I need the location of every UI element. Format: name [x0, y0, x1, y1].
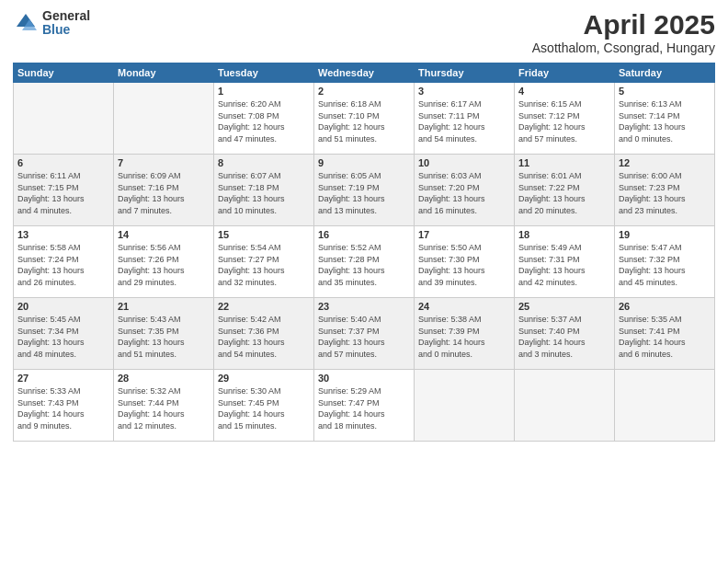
calendar-cell: 21Sunrise: 5:43 AM Sunset: 7:35 PM Dayli… [114, 298, 214, 370]
calendar-cell [415, 370, 515, 442]
day-info: Sunrise: 5:40 AM Sunset: 7:37 PM Dayligh… [318, 314, 410, 360]
day-info: Sunrise: 6:03 AM Sunset: 7:20 PM Dayligh… [418, 170, 510, 216]
calendar-week-row: 27Sunrise: 5:33 AM Sunset: 7:43 PM Dayli… [14, 370, 715, 442]
calendar-subtitle: Asotthalom, Csongrad, Hungary [532, 40, 715, 55]
logo-text: General Blue [42, 9, 90, 38]
day-info: Sunrise: 6:20 AM Sunset: 7:08 PM Dayligh… [218, 98, 310, 144]
day-number: 4 [518, 86, 610, 97]
calendar-cell: 16Sunrise: 5:52 AM Sunset: 7:28 PM Dayli… [314, 226, 415, 298]
calendar-title: April 2025 [532, 9, 715, 40]
day-number: 8 [218, 157, 310, 168]
weekday-header-wednesday: Wednesday [314, 63, 415, 83]
day-number: 25 [518, 301, 610, 312]
day-info: Sunrise: 5:54 AM Sunset: 7:27 PM Dayligh… [218, 242, 310, 288]
calendar-cell: 13Sunrise: 5:58 AM Sunset: 7:24 PM Dayli… [14, 226, 114, 298]
calendar-cell: 27Sunrise: 5:33 AM Sunset: 7:43 PM Dayli… [14, 370, 114, 442]
day-number: 26 [619, 301, 711, 312]
day-number: 24 [418, 301, 510, 312]
day-info: Sunrise: 5:30 AM Sunset: 7:45 PM Dayligh… [218, 385, 310, 431]
weekday-header-thursday: Thursday [415, 63, 515, 83]
day-number: 19 [619, 229, 711, 240]
calendar-cell: 24Sunrise: 5:38 AM Sunset: 7:39 PM Dayli… [415, 298, 515, 370]
calendar-cell: 8Sunrise: 6:07 AM Sunset: 7:18 PM Daylig… [214, 155, 314, 226]
calendar-cell: 7Sunrise: 6:09 AM Sunset: 7:16 PM Daylig… [114, 155, 214, 226]
calendar-cell: 6Sunrise: 6:11 AM Sunset: 7:15 PM Daylig… [14, 155, 114, 226]
logo-blue: Blue [42, 23, 90, 37]
day-info: Sunrise: 6:01 AM Sunset: 7:22 PM Dayligh… [518, 170, 610, 216]
calendar-cell: 20Sunrise: 5:45 AM Sunset: 7:34 PM Dayli… [14, 298, 114, 370]
day-number: 14 [118, 229, 210, 240]
weekday-header-tuesday: Tuesday [214, 63, 314, 83]
day-info: Sunrise: 5:38 AM Sunset: 7:39 PM Dayligh… [418, 314, 510, 360]
calendar-cell: 5Sunrise: 6:13 AM Sunset: 7:14 PM Daylig… [615, 83, 715, 155]
page-header: General Blue April 2025 Asotthalom, Cson… [13, 9, 715, 55]
day-info: Sunrise: 6:17 AM Sunset: 7:11 PM Dayligh… [418, 98, 510, 144]
day-number: 13 [17, 229, 109, 240]
calendar-week-row: 1Sunrise: 6:20 AM Sunset: 7:08 PM Daylig… [14, 83, 715, 155]
calendar-cell: 19Sunrise: 5:47 AM Sunset: 7:32 PM Dayli… [615, 226, 715, 298]
day-number: 22 [218, 301, 310, 312]
logo-general: General [42, 9, 90, 23]
day-info: Sunrise: 6:07 AM Sunset: 7:18 PM Dayligh… [218, 170, 310, 216]
day-info: Sunrise: 6:18 AM Sunset: 7:10 PM Dayligh… [318, 98, 410, 144]
day-info: Sunrise: 6:11 AM Sunset: 7:15 PM Dayligh… [17, 170, 109, 216]
calendar-cell [114, 83, 214, 155]
day-info: Sunrise: 5:43 AM Sunset: 7:35 PM Dayligh… [118, 314, 210, 360]
logo-icon [13, 10, 39, 36]
day-info: Sunrise: 5:37 AM Sunset: 7:40 PM Dayligh… [518, 314, 610, 360]
day-info: Sunrise: 5:35 AM Sunset: 7:41 PM Dayligh… [619, 314, 711, 360]
calendar-cell: 9Sunrise: 6:05 AM Sunset: 7:19 PM Daylig… [314, 155, 415, 226]
calendar-cell: 3Sunrise: 6:17 AM Sunset: 7:11 PM Daylig… [415, 83, 515, 155]
day-number: 11 [518, 157, 610, 168]
calendar-cell: 15Sunrise: 5:54 AM Sunset: 7:27 PM Dayli… [214, 226, 314, 298]
calendar-cell: 30Sunrise: 5:29 AM Sunset: 7:47 PM Dayli… [314, 370, 415, 442]
calendar-cell: 10Sunrise: 6:03 AM Sunset: 7:20 PM Dayli… [415, 155, 515, 226]
weekday-header-monday: Monday [114, 63, 214, 83]
day-info: Sunrise: 6:13 AM Sunset: 7:14 PM Dayligh… [619, 98, 711, 144]
day-info: Sunrise: 5:49 AM Sunset: 7:31 PM Dayligh… [518, 242, 610, 288]
day-info: Sunrise: 6:05 AM Sunset: 7:19 PM Dayligh… [318, 170, 410, 216]
day-info: Sunrise: 5:42 AM Sunset: 7:36 PM Dayligh… [218, 314, 310, 360]
day-info: Sunrise: 5:45 AM Sunset: 7:34 PM Dayligh… [17, 314, 109, 360]
day-number: 1 [218, 86, 310, 97]
day-info: Sunrise: 5:29 AM Sunset: 7:47 PM Dayligh… [318, 385, 410, 431]
calendar-cell [615, 370, 715, 442]
calendar-cell: 4Sunrise: 6:15 AM Sunset: 7:12 PM Daylig… [515, 83, 615, 155]
calendar-page: General Blue April 2025 Asotthalom, Cson… [0, 0, 728, 563]
day-number: 7 [118, 157, 210, 168]
calendar-cell: 23Sunrise: 5:40 AM Sunset: 7:37 PM Dayli… [314, 298, 415, 370]
day-number: 2 [318, 86, 410, 97]
calendar-cell: 2Sunrise: 6:18 AM Sunset: 7:10 PM Daylig… [314, 83, 415, 155]
calendar-cell: 17Sunrise: 5:50 AM Sunset: 7:30 PM Dayli… [415, 226, 515, 298]
day-number: 5 [619, 86, 711, 97]
day-number: 21 [118, 301, 210, 312]
day-number: 18 [518, 229, 610, 240]
day-number: 29 [218, 373, 310, 384]
calendar-cell: 29Sunrise: 5:30 AM Sunset: 7:45 PM Dayli… [214, 370, 314, 442]
calendar-cell [14, 83, 114, 155]
day-number: 20 [17, 301, 109, 312]
weekday-header-saturday: Saturday [615, 63, 715, 83]
day-info: Sunrise: 5:50 AM Sunset: 7:30 PM Dayligh… [418, 242, 510, 288]
logo: General Blue [13, 9, 90, 38]
day-number: 12 [619, 157, 711, 168]
calendar-cell: 12Sunrise: 6:00 AM Sunset: 7:23 PM Dayli… [615, 155, 715, 226]
calendar-cell [515, 370, 615, 442]
day-number: 23 [318, 301, 410, 312]
day-info: Sunrise: 5:58 AM Sunset: 7:24 PM Dayligh… [17, 242, 109, 288]
calendar-week-row: 6Sunrise: 6:11 AM Sunset: 7:15 PM Daylig… [14, 155, 715, 226]
day-number: 27 [17, 373, 109, 384]
calendar-cell: 11Sunrise: 6:01 AM Sunset: 7:22 PM Dayli… [515, 155, 615, 226]
day-info: Sunrise: 6:09 AM Sunset: 7:16 PM Dayligh… [118, 170, 210, 216]
day-info: Sunrise: 6:15 AM Sunset: 7:12 PM Dayligh… [518, 98, 610, 144]
title-block: April 2025 Asotthalom, Csongrad, Hungary [532, 9, 715, 55]
weekday-header-sunday: Sunday [14, 63, 114, 83]
day-number: 30 [318, 373, 410, 384]
day-number: 9 [318, 157, 410, 168]
calendar-cell: 18Sunrise: 5:49 AM Sunset: 7:31 PM Dayli… [515, 226, 615, 298]
day-info: Sunrise: 5:56 AM Sunset: 7:26 PM Dayligh… [118, 242, 210, 288]
day-number: 15 [218, 229, 310, 240]
calendar-cell: 26Sunrise: 5:35 AM Sunset: 7:41 PM Dayli… [615, 298, 715, 370]
day-info: Sunrise: 5:33 AM Sunset: 7:43 PM Dayligh… [17, 385, 109, 431]
day-info: Sunrise: 6:00 AM Sunset: 7:23 PM Dayligh… [619, 170, 711, 216]
